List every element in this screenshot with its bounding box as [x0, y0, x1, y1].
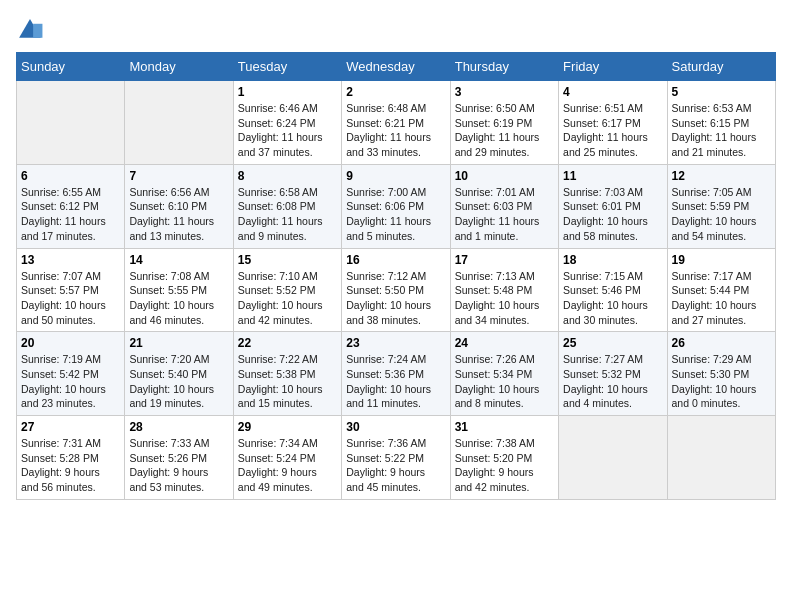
day-number: 19: [672, 253, 771, 267]
calendar-cell: [667, 416, 775, 500]
day-info: Sunrise: 7:12 AM Sunset: 5:50 PM Dayligh…: [346, 269, 445, 328]
day-number: 25: [563, 336, 662, 350]
day-info: Sunrise: 7:01 AM Sunset: 6:03 PM Dayligh…: [455, 185, 554, 244]
day-info: Sunrise: 6:48 AM Sunset: 6:21 PM Dayligh…: [346, 101, 445, 160]
day-number: 10: [455, 169, 554, 183]
day-number: 5: [672, 85, 771, 99]
calendar-cell: 17Sunrise: 7:13 AM Sunset: 5:48 PM Dayli…: [450, 248, 558, 332]
calendar-cell: 11Sunrise: 7:03 AM Sunset: 6:01 PM Dayli…: [559, 164, 667, 248]
calendar-cell: [125, 81, 233, 165]
day-number: 28: [129, 420, 228, 434]
day-info: Sunrise: 7:15 AM Sunset: 5:46 PM Dayligh…: [563, 269, 662, 328]
day-info: Sunrise: 7:05 AM Sunset: 5:59 PM Dayligh…: [672, 185, 771, 244]
day-number: 8: [238, 169, 337, 183]
calendar-week-row: 20Sunrise: 7:19 AM Sunset: 5:42 PM Dayli…: [17, 332, 776, 416]
day-info: Sunrise: 7:29 AM Sunset: 5:30 PM Dayligh…: [672, 352, 771, 411]
day-info: Sunrise: 7:26 AM Sunset: 5:34 PM Dayligh…: [455, 352, 554, 411]
calendar-cell: 18Sunrise: 7:15 AM Sunset: 5:46 PM Dayli…: [559, 248, 667, 332]
day-number: 3: [455, 85, 554, 99]
day-number: 17: [455, 253, 554, 267]
day-info: Sunrise: 7:07 AM Sunset: 5:57 PM Dayligh…: [21, 269, 120, 328]
day-number: 7: [129, 169, 228, 183]
page-header: [16, 16, 776, 44]
day-info: Sunrise: 7:36 AM Sunset: 5:22 PM Dayligh…: [346, 436, 445, 495]
calendar-cell: 3Sunrise: 6:50 AM Sunset: 6:19 PM Daylig…: [450, 81, 558, 165]
weekday-header: Monday: [125, 53, 233, 81]
day-number: 2: [346, 85, 445, 99]
weekday-header: Sunday: [17, 53, 125, 81]
svg-marker-1: [33, 24, 42, 38]
day-number: 9: [346, 169, 445, 183]
day-info: Sunrise: 7:03 AM Sunset: 6:01 PM Dayligh…: [563, 185, 662, 244]
calendar-cell: 25Sunrise: 7:27 AM Sunset: 5:32 PM Dayli…: [559, 332, 667, 416]
day-info: Sunrise: 6:58 AM Sunset: 6:08 PM Dayligh…: [238, 185, 337, 244]
weekday-header: Wednesday: [342, 53, 450, 81]
day-info: Sunrise: 7:24 AM Sunset: 5:36 PM Dayligh…: [346, 352, 445, 411]
day-number: 21: [129, 336, 228, 350]
day-number: 1: [238, 85, 337, 99]
calendar-cell: 26Sunrise: 7:29 AM Sunset: 5:30 PM Dayli…: [667, 332, 775, 416]
day-info: Sunrise: 7:27 AM Sunset: 5:32 PM Dayligh…: [563, 352, 662, 411]
day-info: Sunrise: 7:33 AM Sunset: 5:26 PM Dayligh…: [129, 436, 228, 495]
day-info: Sunrise: 7:38 AM Sunset: 5:20 PM Dayligh…: [455, 436, 554, 495]
calendar-cell: 30Sunrise: 7:36 AM Sunset: 5:22 PM Dayli…: [342, 416, 450, 500]
day-number: 13: [21, 253, 120, 267]
day-number: 15: [238, 253, 337, 267]
day-info: Sunrise: 6:50 AM Sunset: 6:19 PM Dayligh…: [455, 101, 554, 160]
day-info: Sunrise: 6:51 AM Sunset: 6:17 PM Dayligh…: [563, 101, 662, 160]
day-info: Sunrise: 7:13 AM Sunset: 5:48 PM Dayligh…: [455, 269, 554, 328]
day-info: Sunrise: 6:46 AM Sunset: 6:24 PM Dayligh…: [238, 101, 337, 160]
day-number: 4: [563, 85, 662, 99]
day-number: 18: [563, 253, 662, 267]
day-number: 16: [346, 253, 445, 267]
calendar-week-row: 27Sunrise: 7:31 AM Sunset: 5:28 PM Dayli…: [17, 416, 776, 500]
calendar-cell: 16Sunrise: 7:12 AM Sunset: 5:50 PM Dayli…: [342, 248, 450, 332]
calendar-cell: 8Sunrise: 6:58 AM Sunset: 6:08 PM Daylig…: [233, 164, 341, 248]
calendar-cell: 10Sunrise: 7:01 AM Sunset: 6:03 PM Dayli…: [450, 164, 558, 248]
calendar-cell: 27Sunrise: 7:31 AM Sunset: 5:28 PM Dayli…: [17, 416, 125, 500]
day-number: 24: [455, 336, 554, 350]
calendar-cell: 9Sunrise: 7:00 AM Sunset: 6:06 PM Daylig…: [342, 164, 450, 248]
day-info: Sunrise: 7:00 AM Sunset: 6:06 PM Dayligh…: [346, 185, 445, 244]
calendar-cell: [17, 81, 125, 165]
calendar-cell: 24Sunrise: 7:26 AM Sunset: 5:34 PM Dayli…: [450, 332, 558, 416]
day-info: Sunrise: 7:22 AM Sunset: 5:38 PM Dayligh…: [238, 352, 337, 411]
day-info: Sunrise: 7:19 AM Sunset: 5:42 PM Dayligh…: [21, 352, 120, 411]
calendar-cell: 21Sunrise: 7:20 AM Sunset: 5:40 PM Dayli…: [125, 332, 233, 416]
calendar-cell: 1Sunrise: 6:46 AM Sunset: 6:24 PM Daylig…: [233, 81, 341, 165]
weekday-header-row: SundayMondayTuesdayWednesdayThursdayFrid…: [17, 53, 776, 81]
calendar-cell: 12Sunrise: 7:05 AM Sunset: 5:59 PM Dayli…: [667, 164, 775, 248]
calendar-cell: 2Sunrise: 6:48 AM Sunset: 6:21 PM Daylig…: [342, 81, 450, 165]
calendar-week-row: 13Sunrise: 7:07 AM Sunset: 5:57 PM Dayli…: [17, 248, 776, 332]
calendar-cell: [559, 416, 667, 500]
calendar-cell: 19Sunrise: 7:17 AM Sunset: 5:44 PM Dayli…: [667, 248, 775, 332]
logo-icon: [16, 16, 44, 44]
day-number: 29: [238, 420, 337, 434]
calendar-cell: 20Sunrise: 7:19 AM Sunset: 5:42 PM Dayli…: [17, 332, 125, 416]
calendar-cell: 13Sunrise: 7:07 AM Sunset: 5:57 PM Dayli…: [17, 248, 125, 332]
day-info: Sunrise: 7:10 AM Sunset: 5:52 PM Dayligh…: [238, 269, 337, 328]
calendar-cell: 7Sunrise: 6:56 AM Sunset: 6:10 PM Daylig…: [125, 164, 233, 248]
day-number: 30: [346, 420, 445, 434]
day-info: Sunrise: 7:34 AM Sunset: 5:24 PM Dayligh…: [238, 436, 337, 495]
day-number: 20: [21, 336, 120, 350]
day-info: Sunrise: 7:20 AM Sunset: 5:40 PM Dayligh…: [129, 352, 228, 411]
logo: [16, 16, 48, 44]
calendar-cell: 28Sunrise: 7:33 AM Sunset: 5:26 PM Dayli…: [125, 416, 233, 500]
calendar-table: SundayMondayTuesdayWednesdayThursdayFrid…: [16, 52, 776, 500]
day-number: 6: [21, 169, 120, 183]
day-number: 11: [563, 169, 662, 183]
calendar-cell: 23Sunrise: 7:24 AM Sunset: 5:36 PM Dayli…: [342, 332, 450, 416]
day-info: Sunrise: 7:31 AM Sunset: 5:28 PM Dayligh…: [21, 436, 120, 495]
day-info: Sunrise: 6:56 AM Sunset: 6:10 PM Dayligh…: [129, 185, 228, 244]
day-number: 23: [346, 336, 445, 350]
calendar-cell: 6Sunrise: 6:55 AM Sunset: 6:12 PM Daylig…: [17, 164, 125, 248]
day-info: Sunrise: 7:08 AM Sunset: 5:55 PM Dayligh…: [129, 269, 228, 328]
weekday-header: Friday: [559, 53, 667, 81]
day-number: 14: [129, 253, 228, 267]
weekday-header: Saturday: [667, 53, 775, 81]
calendar-cell: 31Sunrise: 7:38 AM Sunset: 5:20 PM Dayli…: [450, 416, 558, 500]
day-number: 27: [21, 420, 120, 434]
calendar-week-row: 1Sunrise: 6:46 AM Sunset: 6:24 PM Daylig…: [17, 81, 776, 165]
day-number: 22: [238, 336, 337, 350]
